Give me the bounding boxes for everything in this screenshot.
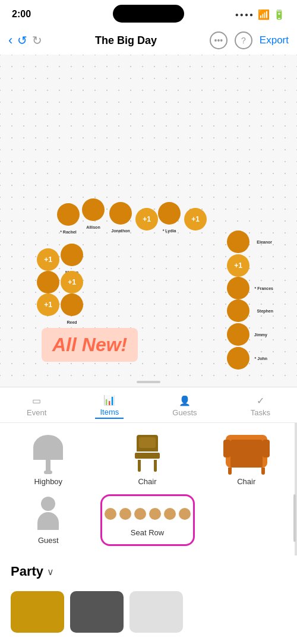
all-new-banner: All New!: [42, 328, 138, 362]
bottom-item-3[interactable]: [129, 591, 183, 633]
avatar-rachel[interactable]: * Rachel: [57, 203, 80, 226]
scroll-indicator: [137, 381, 160, 383]
signal-icon: ●●●●: [235, 11, 254, 18]
chevron-down-icon: ∨: [47, 566, 54, 577]
avatar-lydia[interactable]: * Lydia: [158, 202, 181, 225]
tab-event[interactable]: ▭ Event: [22, 394, 51, 418]
tab-tasks-label: Tasks: [251, 408, 270, 417]
avatar-frances[interactable]: * Frances: [227, 277, 249, 299]
tab-event-label: Event: [27, 408, 46, 417]
avatar-jimmy[interactable]: Jimmy: [227, 323, 249, 346]
chair-orange-label: Chair: [237, 477, 255, 486]
status-icons: ●●●● 📶 🔋: [235, 9, 285, 20]
wifi-icon: 📶: [258, 9, 270, 20]
more-button[interactable]: •••: [210, 31, 228, 49]
avatar-plus1a[interactable]: +1: [135, 208, 158, 231]
highboy-icon: [33, 435, 63, 473]
avatar-plus1f[interactable]: +1: [227, 254, 249, 277]
item-chair-orange[interactable]: Chair: [198, 429, 295, 491]
canvas-area[interactable]: * Rachel Allison Jonathon +1 * Lydia +1 …: [0, 55, 297, 387]
avatar-george[interactable]: George: [37, 271, 59, 293]
party-section: Party ∨: [0, 555, 297, 585]
items-grid: Highboy Chair: [0, 423, 297, 555]
nav-left: ‹ ↺ ↻: [8, 33, 42, 48]
avatar-eleanor[interactable]: Eleanor: [227, 231, 249, 253]
chair-wooden-icon: [132, 435, 163, 473]
seat-row-label: Seat Row: [131, 528, 164, 537]
guest-icon: [35, 497, 61, 532]
guests-icon: 👤: [179, 395, 191, 406]
seat-row-icon: [105, 508, 191, 520]
tab-guests-label: Guests: [172, 408, 197, 417]
avatar-plus1e[interactable]: +1: [37, 293, 59, 316]
battery-icon: 🔋: [273, 9, 285, 20]
chair-wooden-label: Chair: [138, 477, 156, 486]
party-header[interactable]: Party ∨: [11, 564, 286, 579]
item-chair-wooden[interactable]: Chair: [97, 429, 198, 491]
tasks-icon: ✓: [257, 395, 264, 406]
avatar-megan[interactable]: Megan: [61, 244, 83, 266]
tab-items[interactable]: 📊 Items: [95, 393, 124, 419]
status-bar: 2:00 ●●●● 📶 🔋: [0, 0, 297, 26]
party-title: Party: [11, 564, 43, 579]
item-seat-row[interactable]: Seat Row: [100, 494, 195, 546]
avatar-plus1d[interactable]: +1: [61, 271, 83, 293]
avatar-stephen[interactable]: Stephen: [227, 299, 249, 322]
event-icon: ▭: [32, 395, 41, 406]
tab-tasks[interactable]: ✓ Tasks: [246, 394, 275, 418]
all-new-text: All New!: [52, 334, 127, 355]
export-button[interactable]: Export: [260, 34, 289, 46]
avatar-plus1c[interactable]: +1: [37, 248, 59, 271]
undo-button[interactable]: ↺: [17, 33, 27, 48]
item-highboy[interactable]: Highboy: [0, 429, 97, 491]
avatar-john[interactable]: * John: [227, 347, 249, 370]
item-guest[interactable]: Guest: [0, 491, 97, 550]
highboy-label: Highboy: [34, 477, 62, 486]
avatar-allison[interactable]: Allison: [82, 198, 105, 221]
avatar-reed[interactable]: Reed: [61, 293, 83, 316]
tab-bar: ▭ Event 📊 Items 👤 Guests ✓ Tasks: [0, 387, 297, 423]
avatar-plus1b[interactable]: +1: [184, 208, 207, 231]
dynamic-island: [113, 5, 184, 23]
chair-orange-icon: [226, 435, 267, 473]
help-button[interactable]: ?: [235, 31, 252, 49]
page-title: The Big Day: [95, 34, 157, 47]
items-icon: 📊: [103, 394, 115, 406]
avatar-jonathon[interactable]: Jonathon: [109, 202, 132, 225]
items-section: Highboy Chair: [0, 423, 297, 555]
nav-right: ••• ? Export: [210, 31, 289, 49]
redo-button[interactable]: ↻: [32, 33, 42, 48]
guest-label: Guest: [38, 536, 59, 545]
bottom-item-2[interactable]: [70, 591, 124, 633]
bottom-items-row: [0, 585, 297, 639]
status-time: 2:00: [12, 9, 31, 20]
tab-items-label: Items: [100, 408, 119, 416]
nav-bar: ‹ ↺ ↻ The Big Day ••• ? Export: [0, 26, 297, 55]
bottom-item-1[interactable]: [11, 591, 64, 633]
back-button[interactable]: ‹: [8, 33, 12, 48]
grid-scrollbar[interactable]: [293, 494, 296, 542]
tab-guests[interactable]: 👤 Guests: [168, 394, 201, 418]
